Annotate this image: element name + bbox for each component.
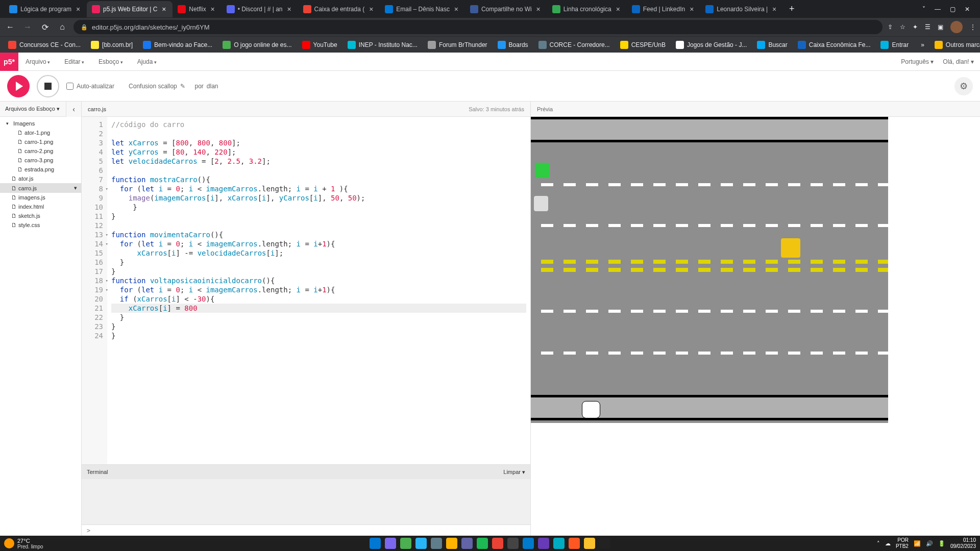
browser-tab[interactable]: Lógica de program× (4, 1, 87, 17)
file-item[interactable]: 🗋 style.css (0, 220, 81, 230)
browser-tab[interactable]: Linha cronológica× (547, 1, 627, 17)
extensions-icon[interactable]: ✦ (913, 23, 918, 31)
bookmark-item[interactable]: Bem-vindo ao Face... (139, 39, 216, 51)
close-icon[interactable]: × (160, 6, 167, 13)
file-item[interactable]: 🗋 carro.js ▾ (0, 183, 81, 193)
close-icon[interactable]: × (535, 6, 542, 13)
close-icon[interactable]: × (75, 6, 82, 13)
close-icon[interactable]: × (368, 6, 375, 13)
browser-tab[interactable]: • Discord | # | an× (222, 1, 298, 17)
taskbar-app-icon[interactable] (584, 538, 595, 549)
menu-item[interactable]: Ajuda (130, 58, 164, 65)
browser-tab[interactable]: Leonardo Silveira |× (700, 1, 783, 17)
sidebar-collapse-button[interactable]: ‹ (66, 102, 81, 117)
pencil-icon[interactable]: ✎ (180, 83, 185, 90)
menu-item[interactable]: Esboço (91, 58, 130, 65)
terminal-output[interactable] (82, 479, 530, 524)
new-tab-button[interactable]: + (783, 4, 801, 14)
p5-logo[interactable]: p5* (0, 53, 18, 71)
browser-tab[interactable]: p5.js Web Editor | C× (87, 1, 173, 17)
forward-button[interactable]: → (21, 21, 34, 33)
chevron-down-icon[interactable]: ˅ (922, 6, 925, 13)
url-field[interactable]: 🔒 editor.p5js.org/dlan/sketches/_iy0rn6Y… (74, 20, 883, 34)
auto-update-checkbox[interactable] (66, 83, 74, 90)
tray-volume-icon[interactable]: 🔊 (926, 540, 933, 547)
browser-tab[interactable]: Netflix× (173, 1, 221, 17)
taskbar-app-icon[interactable] (415, 538, 427, 549)
file-item[interactable]: 🗋 ator-1.png (0, 128, 81, 137)
taskbar-app-icon[interactable] (507, 538, 519, 549)
bookmark-item[interactable]: CORCE - Corredore... (534, 39, 614, 51)
share-icon[interactable]: ⇪ (888, 23, 893, 31)
tray-wifi-icon[interactable]: 📶 (914, 540, 921, 547)
bookmark-item[interactable]: CESPE/UnB (616, 39, 670, 51)
sidebar-header[interactable]: Arquivos do Esboço ▾ (0, 102, 66, 117)
bookmark-item[interactable]: O jogo online de es... (218, 39, 296, 51)
taskbar-app-icon[interactable] (599, 538, 610, 549)
browser-tab[interactable]: Compartilhe no Wi× (465, 1, 547, 17)
file-item[interactable]: 🗋 carro-3.png (0, 156, 81, 165)
bookmark-item[interactable]: Entrar (876, 39, 913, 51)
sketch-name[interactable]: Confusion scallop (129, 83, 177, 90)
taskbar-app-icon[interactable] (370, 538, 381, 549)
tray-cloud-icon[interactable]: ☁ (885, 540, 891, 547)
maximize-icon[interactable]: ▢ (950, 6, 955, 13)
close-icon[interactable]: × (286, 6, 293, 13)
close-icon[interactable]: × (688, 6, 695, 13)
file-item[interactable]: 🗋 estrada.png (0, 165, 81, 174)
taskbar-app-icon[interactable] (477, 538, 488, 549)
play-button[interactable] (7, 75, 30, 97)
menu-item[interactable]: Arquivo (18, 58, 57, 65)
profile-avatar[interactable] (950, 21, 963, 33)
bookmark-item[interactable]: INEP - Instituto Nac... (344, 39, 422, 51)
stop-button[interactable] (37, 75, 59, 97)
terminal-clear-button[interactable]: Limpar ▾ (503, 469, 525, 475)
home-button[interactable]: ⌂ (56, 21, 68, 33)
close-icon[interactable]: × (771, 6, 778, 13)
sidepanel-icon[interactable]: ▣ (938, 23, 943, 31)
bookmark-item[interactable]: [bb.com.br] (87, 39, 137, 51)
file-item[interactable]: 🗋 carro-2.png (0, 146, 81, 156)
file-item[interactable]: 🗋 ator.js (0, 174, 81, 183)
tray-battery-icon[interactable]: 🔋 (938, 540, 945, 547)
menu-item[interactable]: Editar (57, 58, 91, 65)
browser-tab[interactable]: Feed | LinkedIn× (627, 1, 701, 17)
user-greeting[interactable]: Olá, dlan! ▾ (943, 58, 974, 65)
other-bookmarks[interactable]: Outros marcadores (930, 39, 980, 51)
taskbar-app-icon[interactable] (523, 538, 534, 549)
bookmark-item[interactable]: Concursos CE - Con... (4, 39, 85, 51)
author-link[interactable]: dlan (207, 83, 218, 90)
reading-list-icon[interactable]: ☰ (925, 23, 930, 31)
bookmark-item[interactable]: YouTube (298, 39, 341, 51)
close-window-icon[interactable]: ✕ (965, 6, 970, 13)
bookmark-item[interactable]: Boards (494, 39, 532, 51)
bookmark-item[interactable]: Caixa Econômica Fe... (794, 39, 875, 51)
taskbar-weather[interactable]: 27°C Pred. limpo (4, 538, 43, 549)
tray-chevron-icon[interactable]: ˄ (877, 540, 880, 547)
bookmark-star-icon[interactable]: ☆ (900, 23, 905, 31)
bookmark-item[interactable]: Jogos de Gestão - J... (672, 39, 751, 51)
browser-tab[interactable]: Email – Dênis Nasc× (380, 1, 465, 17)
folder-item[interactable]: ▾ Imagens (0, 119, 81, 128)
terminal-prompt[interactable]: > (82, 524, 530, 536)
auto-update-toggle[interactable]: Auto-atualizar (66, 83, 114, 90)
language-switch[interactable]: Português ▾ (901, 58, 934, 65)
taskbar-app-icon[interactable] (461, 538, 473, 549)
file-item[interactable]: 🗋 carro-1.png (0, 137, 81, 146)
taskbar-app-icon[interactable] (569, 538, 580, 549)
close-icon[interactable]: × (453, 6, 460, 13)
bookmark-item[interactable]: Buscar (753, 39, 791, 51)
bookmark-item[interactable]: Forum BrThunder (424, 39, 492, 51)
taskbar-app-icon[interactable] (538, 538, 549, 549)
taskbar-app-icon[interactable] (446, 538, 457, 549)
reload-button[interactable]: ⟳ (39, 21, 51, 33)
taskbar-app-icon[interactable] (385, 538, 396, 549)
menu-icon[interactable]: ⋮ (970, 23, 976, 31)
file-item[interactable]: 🗋 index.html (0, 202, 81, 211)
taskbar-app-icon[interactable] (400, 538, 411, 549)
browser-tab[interactable]: Caixa de entrada (× (298, 1, 380, 17)
taskbar-app-icon[interactable] (553, 538, 565, 549)
editor-tab[interactable]: carro.js (88, 106, 106, 112)
code-editor[interactable]: 123456789101112131415161718192021222324 … (82, 117, 530, 464)
file-item[interactable]: 🗋 sketch.js (0, 211, 81, 220)
